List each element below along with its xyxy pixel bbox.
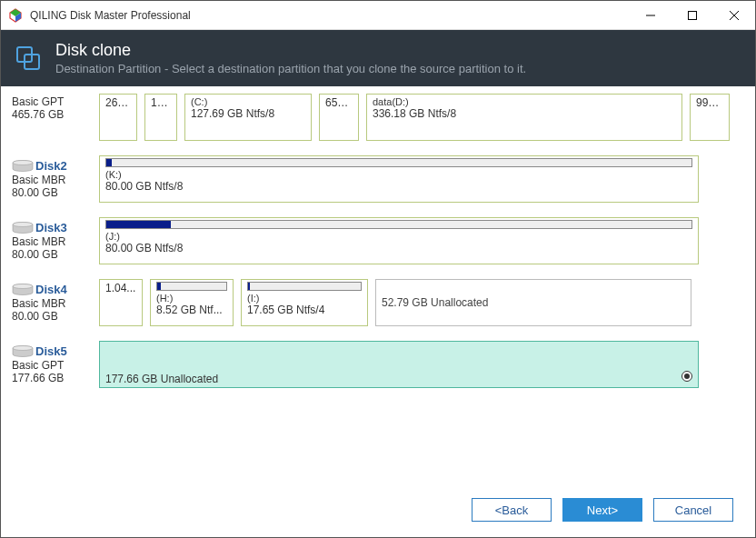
partition-detail: 127.69 GB Ntfs/8 [191,107,305,120]
partition-detail: 336.18 GB Ntfs/8 [373,107,676,120]
partition-label: (K:) [105,169,692,180]
usage-bar [105,220,692,229]
disk-block: Disk5Basic GPT177.66 GB177.66 GB Unalloc… [12,341,744,388]
disk-name: Disk5 [35,344,67,358]
page-title: Disk clone [55,41,526,60]
close-button[interactable] [713,1,755,30]
titlebar: QILING Disk Master Professional [1,1,755,30]
partition[interactable]: 177.66 GB Unallocated [99,341,699,388]
svg-point-11 [13,284,33,288]
page-subtitle: Destination Partition - Select a destina… [55,62,526,75]
disk-icon [12,160,34,173]
partition[interactable]: data(D:)336.18 GB Ntfs/8 [366,94,682,141]
disk-icon [12,222,34,234]
back-button[interactable]: <Back [472,498,552,522]
partition-detail: 17.65 GB Ntfs/4 [247,304,362,316]
app-icon [8,8,23,23]
partition-detail: 80.00 GB Ntfs/8 [105,180,692,193]
disk-type: Basic MBR [12,235,92,248]
svg-rect-1 [689,11,697,19]
footer: <Back Next> Cancel [1,488,755,532]
partition[interactable]: (H:)8.52 GB Ntf... [150,279,234,326]
svg-point-9 [13,222,33,226]
disk-total-size: 465.76 GB [12,108,92,121]
partition-detail: 16.... [151,96,171,109]
partition-detail: 260... [105,96,131,109]
selected-radio-icon [681,371,692,382]
disk-block: Disk2Basic MBR80.00 GB(K:)80.00 GB Ntfs/… [12,155,744,203]
disk-info: Disk2Basic MBR80.00 GB [12,155,92,203]
partition[interactable]: (I:)17.65 GB Ntfs/4 [241,279,368,326]
partition-label: (H:) [156,293,227,304]
maximize-button[interactable] [671,1,713,30]
partition[interactable]: (C:)127.69 GB Ntfs/8 [184,94,312,141]
disk-total-size: 80.00 GB [12,186,92,199]
disk-type: Basic MBR [12,297,92,310]
partition-detail: 8.52 GB Ntf... [156,304,227,316]
minimize-button[interactable] [630,1,671,30]
disk-block: Disk4Basic MBR80.00 GB1.04...(H:)8.52 GB… [12,279,744,326]
partition[interactable]: 653... [319,94,359,141]
disk-name: Disk2 [35,159,67,173]
partition[interactable]: 995... [690,94,730,141]
disk-list[interactable]: Basic GPT465.76 GB260...16....(C:)127.69… [1,86,755,488]
usage-bar [247,282,362,291]
disk-info: Disk3Basic MBR80.00 GB [12,217,92,264]
partition-label: (J:) [105,231,692,242]
window-title: QILING Disk Master Professional [30,9,630,22]
disk-total-size: 80.00 GB [12,248,92,261]
disk-info: Disk4Basic MBR80.00 GB [12,279,92,326]
partition-detail: 80.00 GB Ntfs/8 [105,242,692,254]
disk-type: Basic GPT [12,95,92,108]
disk-block: Disk3Basic MBR80.00 GB(J:)80.00 GB Ntfs/… [12,217,744,264]
partition[interactable]: 1.04... [99,279,143,326]
disk-icon [12,345,34,358]
disk-info: Disk5Basic GPT177.66 GB [12,341,92,388]
partition-label: data(D:) [373,96,676,107]
partition[interactable]: 16.... [144,94,177,141]
partition-detail: 653... [325,96,353,109]
partition-detail: 52.79 GB Unallocated [382,282,685,309]
partition[interactable]: (K:)80.00 GB Ntfs/8 [99,155,699,203]
usage-bar [156,282,227,291]
next-button[interactable]: Next> [562,498,642,522]
disk-name: Disk4 [35,283,67,296]
partition-label: (C:) [191,96,305,107]
disk-type: Basic MBR [12,174,92,186]
svg-point-13 [13,345,33,350]
usage-bar [105,158,692,167]
partition-detail: 177.66 GB Unallocated [105,373,692,385]
disk-info: Basic GPT465.76 GB [12,94,92,141]
disk-block: Basic GPT465.76 GB260...16....(C:)127.69… [12,94,744,141]
partition-label: (I:) [247,293,362,304]
disk-total-size: 177.66 GB [12,372,92,384]
page-header: Disk clone Destination Partition - Selec… [1,30,755,86]
disk-name: Disk3 [35,221,67,234]
disk-icon [12,284,34,296]
partition[interactable]: 52.79 GB Unallocated [375,279,691,326]
partition-detail: 995... [696,96,723,109]
svg-point-7 [13,160,33,164]
disk-type: Basic GPT [12,359,92,372]
cancel-button[interactable]: Cancel [653,498,733,522]
partition-detail: 1.04... [105,282,136,294]
disk-total-size: 80.00 GB [12,310,92,323]
partition[interactable]: 260... [99,94,137,141]
clone-icon [15,45,41,71]
partition[interactable]: (J:)80.00 GB Ntfs/8 [99,217,699,264]
